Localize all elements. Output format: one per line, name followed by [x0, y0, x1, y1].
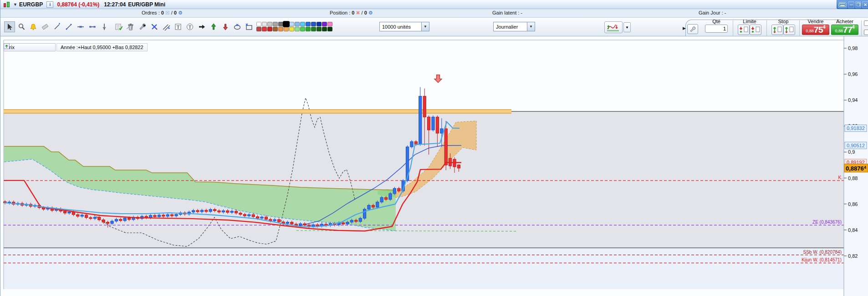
candle[interactable]: [243, 214, 246, 216]
candle[interactable]: [89, 218, 92, 219]
palette-swatch[interactable]: [317, 27, 322, 31]
candle[interactable]: [260, 217, 263, 218]
candle[interactable]: [414, 142, 417, 145]
tool-extended-line-button[interactable]: [87, 21, 98, 32]
candle[interactable]: [171, 215, 174, 216]
palette-swatch[interactable]: [262, 22, 267, 26]
candle[interactable]: [200, 210, 203, 211]
units-select[interactable]: 10000 unités ▼: [379, 22, 429, 31]
candle[interactable]: [72, 212, 75, 215]
position-settings-icon[interactable]: ⚙: [368, 10, 373, 15]
tool-text-circle-button[interactable]: T: [184, 21, 195, 32]
candle[interactable]: [342, 223, 345, 224]
palette-swatch[interactable]: [283, 21, 290, 27]
palette-swatch[interactable]: [317, 22, 322, 26]
pane-settings-icon[interactable]: [16, 44, 22, 50]
candle[interactable]: [256, 217, 259, 218]
pane-maximize-icon[interactable]: [24, 44, 30, 50]
minimize-button[interactable]: ─: [848, 1, 854, 8]
candle[interactable]: [214, 210, 216, 211]
palette-swatch[interactable]: [267, 22, 272, 26]
tool-trendline-button[interactable]: [51, 21, 62, 32]
tool-eraser-button[interactable]: [40, 21, 51, 32]
tool-horizontal-line-button[interactable]: [75, 21, 86, 32]
chart-style-button[interactable]: [604, 21, 623, 33]
candle[interactable]: [432, 117, 434, 130]
candle[interactable]: [359, 218, 362, 221]
candle[interactable]: [218, 211, 220, 212]
palette-swatch[interactable]: [306, 22, 311, 26]
candle[interactable]: [423, 96, 426, 117]
candle[interactable]: [128, 218, 131, 219]
candle[interactable]: [376, 202, 379, 207]
candle[interactable]: [85, 215, 88, 218]
palette-swatch[interactable]: [295, 22, 300, 26]
candle[interactable]: [68, 212, 71, 213]
info-button[interactable]: i: [46, 1, 53, 8]
limit-sell-button[interactable]: [738, 25, 750, 35]
palette-swatch[interactable]: [262, 27, 267, 31]
cancel-orders-icon[interactable]: ☒: [165, 10, 170, 15]
palette-swatch[interactable]: [300, 22, 305, 26]
stop-sell-button[interactable]: [771, 25, 783, 35]
tool-ellipse-button[interactable]: [232, 21, 243, 32]
candle[interactable]: [175, 214, 178, 216]
sell-button[interactable]: 0,88754: [802, 25, 829, 35]
candle[interactable]: [64, 211, 66, 213]
candle[interactable]: [286, 222, 289, 224]
candle[interactable]: [119, 219, 122, 221]
palette-swatch[interactable]: [278, 27, 283, 31]
palette-swatch[interactable]: [256, 27, 261, 31]
palette-swatch[interactable]: [273, 22, 278, 26]
candle[interactable]: [312, 225, 315, 226]
tool-rectangle-button[interactable]: [244, 21, 255, 32]
candle[interactable]: [419, 96, 422, 145]
palette-swatch[interactable]: [311, 22, 316, 26]
candle[interactable]: [115, 219, 117, 221]
candle[interactable]: [398, 188, 400, 191]
palette-swatch[interactable]: [300, 27, 305, 31]
palette-swatch[interactable]: [311, 27, 316, 31]
tool-zoom-button[interactable]: [16, 21, 27, 32]
keyboard-button[interactable]: [838, 1, 847, 8]
palette-swatch[interactable]: [267, 27, 272, 31]
tool-alert-button[interactable]: [28, 21, 39, 32]
candle[interactable]: [248, 215, 250, 216]
candle[interactable]: [385, 197, 388, 199]
palette-swatch[interactable]: [289, 22, 294, 26]
candle[interactable]: [239, 213, 242, 215]
candle[interactable]: [93, 217, 96, 219]
pane-move-up-icon[interactable]: [47, 44, 53, 50]
candle[interactable]: [372, 205, 374, 207]
palette-swatch[interactable]: [306, 27, 311, 31]
palette-swatch[interactable]: [327, 27, 332, 31]
candle[interactable]: [205, 210, 208, 211]
candle[interactable]: [440, 129, 443, 133]
candle[interactable]: [291, 222, 293, 224]
tool-cursor-button[interactable]: [4, 21, 15, 32]
candle[interactable]: [209, 210, 212, 212]
candle[interactable]: [316, 225, 319, 226]
candle[interactable]: [123, 218, 126, 221]
pane-close-icon[interactable]: [31, 44, 38, 50]
tool-segment-button[interactable]: [63, 21, 74, 32]
timeframe-select[interactable]: Journalier ▼: [493, 22, 535, 31]
palette-swatch[interactable]: [322, 22, 327, 26]
candle[interactable]: [273, 220, 276, 221]
candle[interactable]: [428, 117, 430, 130]
candle[interactable]: [235, 211, 238, 213]
palette-swatch[interactable]: [289, 27, 294, 31]
pane-move-down-icon[interactable]: [39, 44, 46, 50]
candle[interactable]: [410, 142, 413, 147]
candle[interactable]: [98, 217, 101, 220]
palette-swatch[interactable]: [295, 27, 300, 31]
price-chart[interactable]: 0,980,960,940,920,90,880,860,840,820,918…: [0, 36, 868, 296]
candle[interactable]: [363, 209, 366, 218]
candle[interactable]: [389, 194, 392, 200]
candle[interactable]: [393, 188, 396, 193]
palette-swatch[interactable]: [273, 27, 278, 31]
candle[interactable]: [457, 165, 460, 168]
candle[interactable]: [222, 211, 225, 212]
candle[interactable]: [230, 211, 233, 212]
tool-arrow-down-button[interactable]: [220, 21, 231, 32]
